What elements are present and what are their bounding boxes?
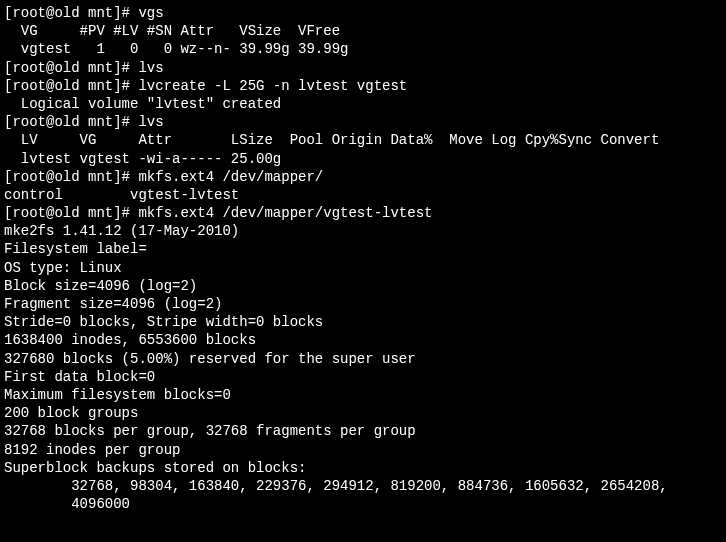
terminal-line: Filesystem label= xyxy=(4,240,722,258)
terminal-line: [root@old mnt]# mkfs.ext4 /dev/mapper/ xyxy=(4,168,722,186)
terminal-line: 8192 inodes per group xyxy=(4,441,722,459)
terminal-line: 200 block groups xyxy=(4,404,722,422)
terminal-line: Superblock backups stored on blocks: xyxy=(4,459,722,477)
terminal-line: lvtest vgtest -wi-a----- 25.00g xyxy=(4,150,722,168)
terminal-line: 327680 blocks (5.00%) reserved for the s… xyxy=(4,350,722,368)
terminal-line: control vgtest-lvtest xyxy=(4,186,722,204)
terminal-line: 4096000 xyxy=(4,495,722,513)
terminal-line: Logical volume "lvtest" created xyxy=(4,95,722,113)
terminal-line: First data block=0 xyxy=(4,368,722,386)
terminal-line: Block size=4096 (log=2) xyxy=(4,277,722,295)
terminal-line: [root@old mnt]# lvs xyxy=(4,59,722,77)
terminal-line: [root@old mnt]# lvcreate -L 25G -n lvtes… xyxy=(4,77,722,95)
terminal-line: Stride=0 blocks, Stripe width=0 blocks xyxy=(4,313,722,331)
terminal-line: LV VG Attr LSize Pool Origin Data% Move … xyxy=(4,131,722,149)
terminal-line: 32768 blocks per group, 32768 fragments … xyxy=(4,422,722,440)
terminal-line: [root@old mnt]# vgs xyxy=(4,4,722,22)
terminal-line: Fragment size=4096 (log=2) xyxy=(4,295,722,313)
terminal-line: [root@old mnt]# mkfs.ext4 /dev/mapper/vg… xyxy=(4,204,722,222)
terminal-line: 1638400 inodes, 6553600 blocks xyxy=(4,331,722,349)
terminal-line: Maximum filesystem blocks=0 xyxy=(4,386,722,404)
terminal-line: vgtest 1 0 0 wz--n- 39.99g 39.99g xyxy=(4,40,722,58)
terminal-output: [root@old mnt]# vgs VG #PV #LV #SN Attr … xyxy=(4,4,722,513)
terminal-line: VG #PV #LV #SN Attr VSize VFree xyxy=(4,22,722,40)
terminal-line: OS type: Linux xyxy=(4,259,722,277)
terminal-line: 32768, 98304, 163840, 229376, 294912, 81… xyxy=(4,477,722,495)
terminal-line: mke2fs 1.41.12 (17-May-2010) xyxy=(4,222,722,240)
terminal-line: [root@old mnt]# lvs xyxy=(4,113,722,131)
